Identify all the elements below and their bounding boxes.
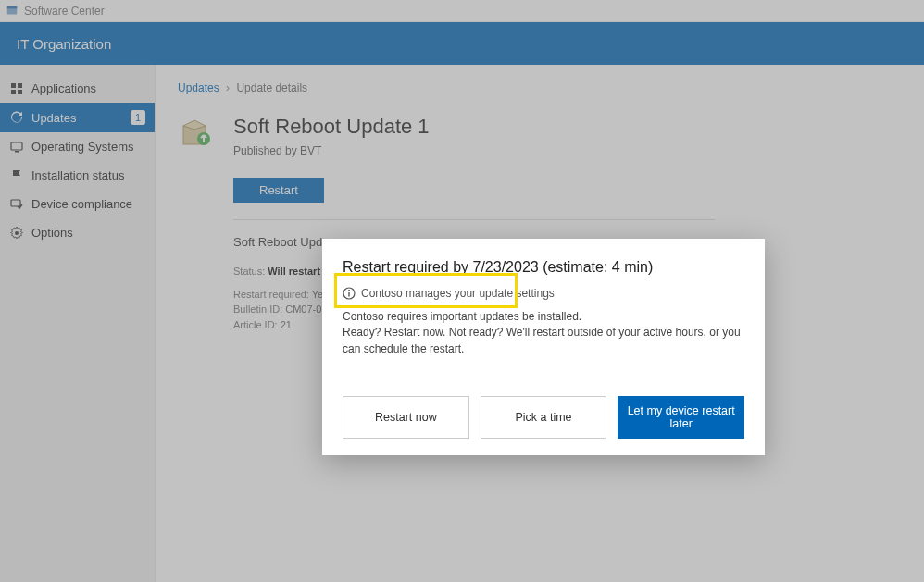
dialog-body-line2: Ready? Restart now. Not ready? We'll res… [343, 325, 744, 357]
restart-dialog: Restart required by 7/23/2023 (estimate:… [322, 239, 765, 455]
dialog-actions: Restart now Pick a time Let my device re… [343, 396, 744, 439]
dialog-body-line1: Contoso requires important updates be in… [343, 309, 744, 325]
dialog-body: Contoso requires important updates be in… [343, 309, 744, 357]
pick-time-button[interactable]: Pick a time [481, 396, 607, 439]
dialog-hint-row: Contoso manages your update settings [343, 287, 744, 300]
restart-now-button[interactable]: Restart now [343, 396, 469, 439]
dialog-title: Restart required by 7/23/2023 (estimate:… [343, 259, 744, 276]
info-icon [343, 287, 356, 300]
svg-point-13 [348, 290, 350, 291]
dialog-hint: Contoso manages your update settings [361, 287, 555, 300]
restart-later-button[interactable]: Let my device restart later [618, 396, 744, 439]
svg-rect-14 [348, 292, 349, 297]
